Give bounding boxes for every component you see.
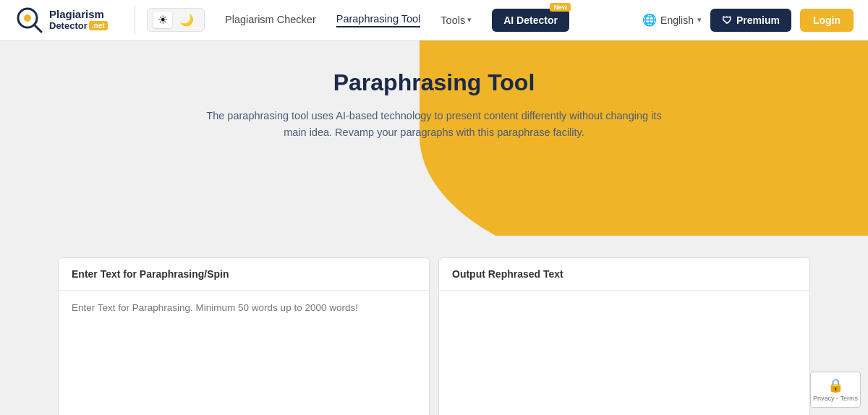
hero-description: The paraphrasing tool uses AI-based tech…: [203, 108, 665, 141]
language-chevron-icon: ▾: [697, 15, 702, 25]
output-panel-header: Output Rephrased Text: [439, 258, 809, 291]
premium-label: Premium: [736, 14, 780, 26]
login-button[interactable]: Login: [800, 9, 854, 32]
nav-paraphrasing-tool[interactable]: Paraphrasing Tool: [336, 13, 421, 27]
nav-tools[interactable]: Tools ▾: [441, 14, 472, 26]
ai-detector-button[interactable]: AI Detector New: [492, 9, 569, 32]
svg-line-2: [34, 25, 41, 32]
recaptcha-text: Privacy - Terms: [813, 395, 858, 402]
shield-icon: 🛡: [722, 14, 732, 26]
brand-sub: Detector.net: [49, 21, 108, 31]
logo[interactable]: Plagiarism Detector.net: [14, 5, 123, 35]
recaptcha-logo: 🔒: [827, 377, 843, 393]
language-label: English: [660, 14, 694, 26]
navbar: Plagiarism Detector.net ☀ 🌙 Plagiarism C…: [0, 0, 868, 40]
theme-toggle: ☀ 🌙: [147, 8, 205, 32]
nav-plagiarism-checker[interactable]: Plagiarism Checker: [225, 14, 316, 27]
recaptcha-widget: 🔒 Privacy - Terms: [810, 372, 861, 408]
hero-title: Paraphrasing Tool: [14, 69, 854, 96]
globe-icon: 🌐: [642, 13, 657, 27]
panels-row: Enter Text for Paraphrasing/Spin Output …: [58, 257, 810, 415]
main-area: Enter Text for Paraphrasing/Spin Output …: [43, 236, 825, 415]
paraphrasing-input[interactable]: [72, 302, 416, 415]
ai-detector-label: AI Detector: [503, 14, 558, 26]
dark-mode-button[interactable]: 🌙: [175, 12, 198, 28]
hero-section: Paraphrasing Tool The paraphrasing tool …: [0, 40, 868, 236]
nav-divider: [135, 6, 135, 35]
light-mode-button[interactable]: ☀: [153, 12, 172, 28]
net-badge: .net: [89, 21, 108, 30]
tools-chevron-icon: ▾: [467, 15, 472, 25]
brand-name: Plagiarism: [49, 9, 108, 21]
input-panel: Enter Text for Paraphrasing/Spin: [58, 257, 430, 415]
tools-label: Tools: [441, 14, 465, 26]
output-panel-body: [439, 291, 809, 314]
language-selector[interactable]: 🌐 English ▾: [642, 13, 702, 27]
input-panel-header: Enter Text for Paraphrasing/Spin: [59, 258, 429, 291]
input-panel-body: [59, 291, 429, 415]
new-badge: New: [550, 3, 571, 12]
output-panel: Output Rephrased Text: [438, 257, 810, 415]
nav-links: Plagiarism Checker Paraphrasing Tool Too…: [225, 9, 642, 32]
logo-text: Plagiarism Detector.net: [49, 9, 108, 31]
logo-icon: [14, 5, 45, 35]
svg-point-1: [24, 14, 31, 22]
nav-right: 🌐 English ▾ 🛡 Premium Login: [642, 9, 854, 32]
hero-content: Paraphrasing Tool The paraphrasing tool …: [14, 69, 854, 141]
premium-button[interactable]: 🛡 Premium: [710, 9, 791, 32]
